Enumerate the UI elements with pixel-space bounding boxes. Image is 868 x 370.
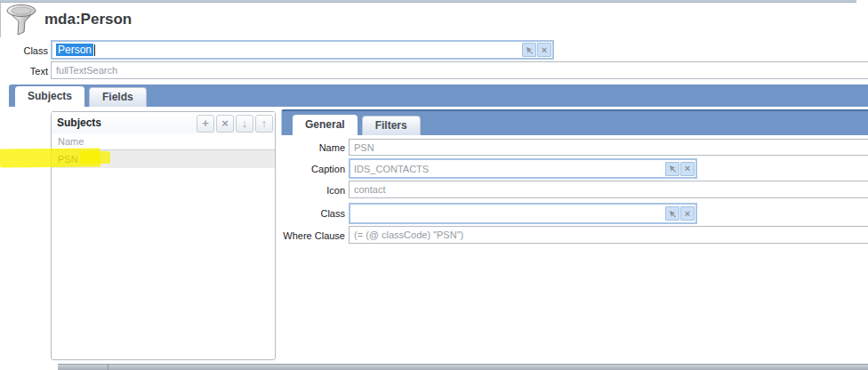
add-icon[interactable]: + [197, 115, 214, 133]
detail-tab-band: General Filters [281, 109, 868, 135]
remove-icon[interactable]: × [216, 115, 234, 133]
class-detail-pick-button[interactable] [665, 206, 679, 221]
class-input-selected-text: Person [56, 44, 93, 56]
caption-field-label: Caption [267, 164, 345, 174]
icon-input[interactable]: contact [349, 181, 868, 198]
where-clause-field-label: Where Clause [258, 230, 345, 241]
subjects-toolbar: + × ↓ ↑ [197, 114, 275, 133]
icon-input-value: contact [354, 184, 385, 195]
bottom-panel-edge [58, 364, 868, 370]
app-window: mda:Person Class Person × Text fullTextS… [0, 0, 868, 370]
main-tab-band: Subjects Fields [9, 84, 868, 107]
subjects-panel-header: Subjects + × ↓ ↑ [52, 112, 275, 133]
caption-pick-button[interactable] [665, 162, 679, 176]
name-field-label: Name [267, 142, 345, 153]
subjects-panel-title: Subjects [57, 117, 101, 129]
name-input-value: PSN [354, 142, 374, 153]
tab-subjects[interactable]: Subjects [15, 86, 84, 107]
tab-general[interactable]: General [293, 115, 358, 135]
class-clear-button[interactable]: × [537, 43, 551, 57]
page-title: mda:Person [44, 11, 132, 28]
caption-input[interactable]: IDS_CONTACTS × [349, 158, 697, 179]
target-cursor-icon [669, 165, 677, 173]
class-field-label: Class [0, 45, 48, 56]
icon-field-label: Icon [267, 185, 345, 196]
caption-input-value: IDS_CONTACTS [354, 164, 429, 174]
where-clause-input-value: (= (@ classCode) "PSN") [354, 229, 463, 240]
class-detail-field-label: Class [267, 208, 345, 219]
class-pick-button[interactable] [522, 43, 536, 57]
tab-filters[interactable]: Filters [362, 116, 421, 135]
text-input-value: fullTextSearch [56, 65, 117, 76]
target-cursor-icon [669, 210, 677, 218]
top-divider [0, 0, 856, 3]
where-clause-input[interactable]: (= (@ classCode) "PSN") [349, 226, 868, 244]
left-divider [0, 0, 1, 37]
text-field-label: Text [0, 66, 48, 76]
class-detail-clear-button[interactable]: × [680, 206, 695, 221]
funnel-icon [4, 3, 39, 42]
move-down-icon[interactable]: ↓ [236, 115, 253, 133]
class-detail-input[interactable]: × [349, 203, 697, 224]
yellow-highlighter-annotation-edge [80, 151, 110, 164]
caption-clear-button[interactable]: × [680, 162, 695, 176]
target-cursor-icon [526, 46, 534, 54]
tab-fields[interactable]: Fields [89, 87, 147, 107]
class-input[interactable]: Person × [51, 40, 554, 60]
text-input[interactable]: fullTextSearch [51, 61, 868, 79]
text-caret [94, 44, 95, 56]
bottom-panel-divider [108, 365, 108, 370]
move-up-icon[interactable]: ↑ [255, 115, 273, 133]
name-input[interactable]: PSN [349, 139, 868, 156]
